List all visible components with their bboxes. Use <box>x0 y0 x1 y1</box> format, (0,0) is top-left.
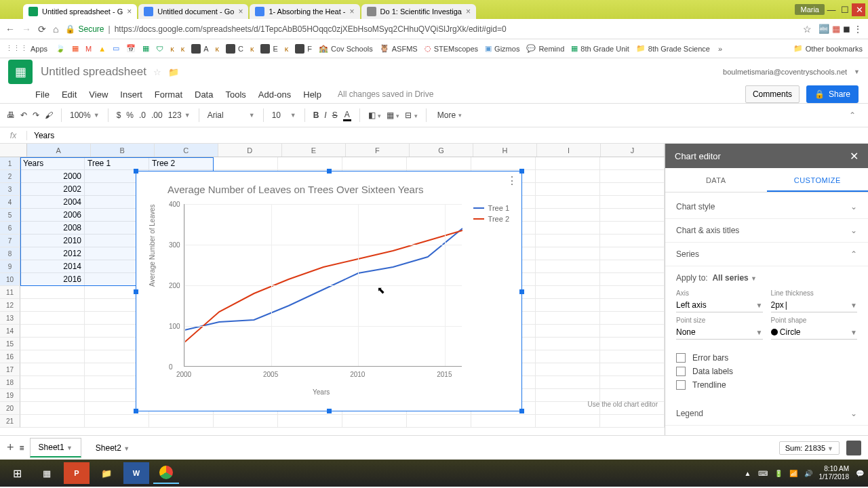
bookmark-item[interactable]: κ <box>250 45 254 53</box>
cell[interactable] <box>20 350 85 363</box>
cell[interactable] <box>20 376 85 389</box>
cell[interactable] <box>600 363 665 376</box>
cell[interactable] <box>278 157 342 170</box>
taskbar-app-explorer[interactable]: 📁 <box>94 462 119 484</box>
bookmark-item[interactable]: 🍃 <box>56 44 65 53</box>
column-header[interactable]: I <box>537 144 601 157</box>
text-color-icon[interactable]: A <box>343 110 351 121</box>
row-header[interactable]: 17 <box>0 363 20 376</box>
cell[interactable] <box>536 222 600 235</box>
decrease-decimal-icon[interactable]: .0 <box>139 110 146 120</box>
column-header[interactable]: E <box>282 144 346 157</box>
bookmark-item[interactable]: M <box>85 45 92 53</box>
apply-to-select[interactable]: All series <box>712 273 748 283</box>
number-format-select[interactable]: 123 ▼ <box>168 110 191 120</box>
folder-icon[interactable]: 📁 <box>168 67 179 77</box>
line-thickness-select[interactable]: 2px|▼ <box>771 298 858 312</box>
other-bookmarks[interactable]: 📁Other bookmarks <box>793 44 863 53</box>
window-close-button[interactable]: ✕ <box>852 3 865 16</box>
cell[interactable] <box>600 299 665 312</box>
cell[interactable] <box>20 363 85 376</box>
row-header[interactable]: 4 <box>0 196 20 209</box>
browser-tab[interactable]: Untitled spreadsheet - G× <box>23 4 137 19</box>
cell[interactable] <box>407 415 471 428</box>
spreadsheet-grid[interactable]: ABCDEFGHIJ 12345678910111213141516171819… <box>0 144 665 435</box>
bookmark-item[interactable]: ▦8th Grade Unit <box>571 44 629 53</box>
cell[interactable] <box>600 376 665 389</box>
redo-icon[interactable]: ↷ <box>33 110 39 120</box>
row-header[interactable]: 5 <box>0 209 20 222</box>
undo-icon[interactable]: ↶ <box>20 110 27 120</box>
task-view-button[interactable]: ▦ <box>34 462 60 484</box>
cell[interactable] <box>20 299 85 312</box>
taskbar-app-chrome[interactable] <box>153 462 179 484</box>
close-icon[interactable]: × <box>350 7 355 16</box>
minimize-button[interactable]: — <box>825 5 838 15</box>
row-header[interactable]: 6 <box>0 222 20 235</box>
strikethrough-icon[interactable]: S <box>332 110 338 120</box>
cell[interactable] <box>214 415 278 428</box>
row-header[interactable]: 2 <box>0 170 20 183</box>
row-header[interactable]: 15 <box>0 338 20 350</box>
bookmark-item[interactable]: A <box>191 44 208 54</box>
row-header[interactable]: 13 <box>0 312 20 325</box>
maximize-button[interactable]: ☐ <box>838 5 852 15</box>
cell[interactable] <box>536 299 600 312</box>
menu-add-ons[interactable]: Add-ons <box>258 89 291 100</box>
cell[interactable] <box>407 157 471 170</box>
chart-object[interactable]: ⋮ Average Number of Leaves on Trees Over… <box>136 171 522 411</box>
row-header[interactable]: 10 <box>0 273 20 286</box>
row-header[interactable]: 20 <box>0 402 20 415</box>
font-select[interactable]: Arial▼ <box>208 110 255 120</box>
cell[interactable] <box>20 325 85 338</box>
cell[interactable] <box>536 376 600 389</box>
tray-network-icon[interactable]: 📶 <box>789 470 797 477</box>
font-size-select[interactable]: 10▼ <box>272 110 296 120</box>
reload-button[interactable]: ⟳ <box>38 24 46 35</box>
bookmark-item[interactable]: ▣Gizmos <box>485 44 519 53</box>
borders-icon[interactable]: ▦ ▾ <box>387 110 399 120</box>
section-chart-axis-titles[interactable]: Chart & axis titles⌄ <box>665 219 868 243</box>
cell[interactable] <box>600 273 665 286</box>
cell[interactable] <box>536 312 600 325</box>
cell[interactable] <box>536 286 600 299</box>
column-header[interactable]: F <box>346 144 410 157</box>
share-button[interactable]: 🔒Share <box>806 85 859 103</box>
cell[interactable] <box>342 157 407 170</box>
cell[interactable] <box>600 196 665 209</box>
cell[interactable] <box>20 338 85 350</box>
sheet-tab[interactable]: Sheet1 ▼ <box>30 438 81 458</box>
column-header[interactable]: C <box>155 144 218 157</box>
browser-tab[interactable]: Do 1: Scientific Investiga× <box>361 4 476 19</box>
row-header[interactable]: 12 <box>0 299 20 312</box>
browser-tab[interactable]: Untitled document - Go× <box>138 4 248 19</box>
bookmarks-overflow[interactable]: » <box>718 45 722 53</box>
forward-button[interactable]: → <box>22 24 31 35</box>
cell[interactable] <box>20 286 85 299</box>
cell[interactable] <box>536 338 600 350</box>
section-chart-style[interactable]: Chart style⌄ <box>665 195 868 219</box>
menu-file[interactable]: File <box>35 89 50 100</box>
currency-icon[interactable]: $ <box>117 110 121 120</box>
cell[interactable] <box>536 260 600 273</box>
profile-badge[interactable]: Maria <box>795 4 825 15</box>
checkbox-data-labels[interactable]: Data labels <box>676 367 857 376</box>
formula-input[interactable]: Years <box>27 131 54 140</box>
tray-clock[interactable]: 8:10 AM1/17/2018 <box>819 465 850 481</box>
fill-color-icon[interactable]: ◧ ▾ <box>368 110 381 120</box>
chart-menu-icon[interactable]: ⋮ <box>507 174 517 187</box>
document-title[interactable]: Untitled spreadsheet <box>41 65 146 79</box>
cell[interactable] <box>536 209 600 222</box>
row-header[interactable]: 8 <box>0 247 20 260</box>
column-header[interactable]: D <box>218 144 282 157</box>
cell[interactable] <box>536 350 600 363</box>
cell[interactable] <box>600 312 665 325</box>
zoom-select[interactable]: 100% ▼ <box>70 110 100 120</box>
row-header[interactable]: 16 <box>0 350 20 363</box>
tray-volume-icon[interactable]: 🔊 <box>804 470 812 477</box>
row-header[interactable]: 19 <box>0 389 20 402</box>
bookmark-item[interactable]: κ <box>215 45 219 53</box>
bookmark-item[interactable]: 🛡 <box>156 45 163 53</box>
row-header[interactable]: 21 <box>0 415 20 428</box>
sheet-tab[interactable]: Sheet2 ▼ <box>87 439 138 458</box>
